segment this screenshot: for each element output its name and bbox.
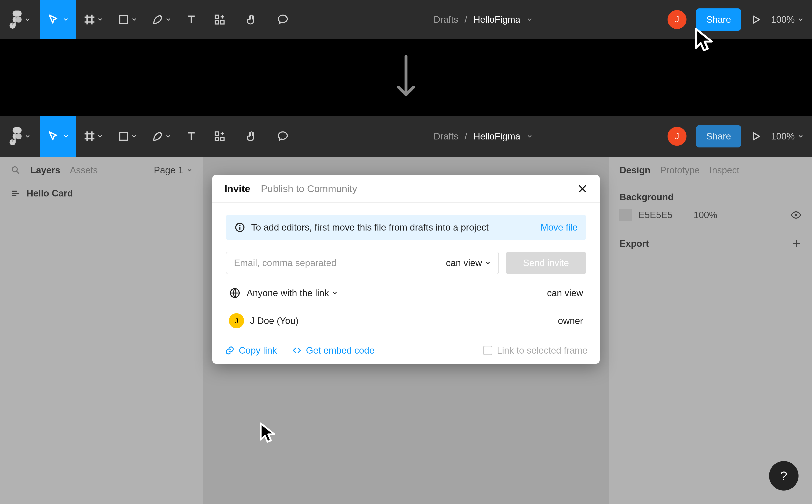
tab-prototype[interactable]: Prototype bbox=[660, 165, 700, 175]
main-menu-button[interactable] bbox=[0, 116, 40, 157]
breadcrumb-separator: / bbox=[464, 131, 467, 142]
frame-tool-icon bbox=[84, 14, 95, 25]
email-placeholder: Email, comma separated bbox=[234, 258, 337, 268]
chevron-down-icon[interactable] bbox=[527, 133, 532, 139]
breadcrumb-parent[interactable]: Drafts bbox=[434, 14, 458, 25]
text-tool-button[interactable] bbox=[178, 0, 204, 39]
anyone-with-link-dropdown[interactable]: Anyone with the link bbox=[247, 288, 338, 298]
user-avatar[interactable]: J bbox=[668, 127, 687, 146]
link-to-frame-checkbox[interactable]: Link to selected frame bbox=[483, 345, 587, 356]
info-icon bbox=[235, 222, 245, 233]
hand-tool-icon bbox=[245, 14, 257, 25]
get-embed-label: Get embed code bbox=[306, 345, 374, 356]
get-embed-button[interactable]: Get embed code bbox=[292, 345, 374, 356]
add-export-icon[interactable] bbox=[791, 239, 801, 249]
chevron-down-icon bbox=[165, 133, 171, 139]
owner-avatar-initial: J bbox=[235, 317, 239, 325]
breadcrumb-parent[interactable]: Drafts bbox=[434, 131, 458, 142]
chevron-down-icon bbox=[131, 133, 137, 139]
comment-tool-icon bbox=[277, 14, 289, 25]
chevron-down-icon bbox=[63, 133, 69, 139]
chevron-down-icon bbox=[165, 17, 171, 23]
comment-tool-button[interactable] bbox=[267, 116, 299, 157]
editor-toolbar: Drafts / HelloFigma J Share 100% bbox=[0, 116, 812, 157]
move-file-link[interactable]: Move file bbox=[540, 222, 577, 233]
resources-button[interactable] bbox=[204, 0, 236, 39]
zoom-dropdown[interactable]: 100% bbox=[771, 14, 804, 25]
user-avatar[interactable]: J bbox=[668, 10, 687, 29]
search-icon[interactable] bbox=[11, 165, 21, 175]
comment-tool-icon bbox=[277, 130, 289, 142]
rectangle-tool-icon bbox=[118, 130, 129, 142]
chevron-down-icon bbox=[97, 17, 103, 23]
page-dropdown[interactable]: Page 1 bbox=[154, 165, 192, 175]
frame-tool-button[interactable] bbox=[76, 0, 110, 39]
text-tool-button[interactable] bbox=[178, 116, 204, 157]
modal-close-button[interactable] bbox=[577, 184, 587, 194]
tab-assets[interactable]: Assets bbox=[70, 165, 98, 175]
owner-role: owner bbox=[558, 316, 583, 326]
modal-tab-publish[interactable]: Publish to Community bbox=[261, 183, 357, 194]
left-panel: Layers Assets Page 1 Hello Card bbox=[0, 157, 203, 504]
tab-inspect[interactable]: Inspect bbox=[710, 165, 739, 175]
share-button[interactable]: Share bbox=[696, 125, 741, 147]
move-tool-button[interactable] bbox=[40, 0, 76, 39]
send-invite-label: Send invite bbox=[523, 258, 569, 268]
frame-instance-icon bbox=[11, 188, 21, 198]
move-tool-button[interactable] bbox=[40, 116, 76, 157]
text-tool-icon bbox=[185, 14, 197, 25]
comment-tool-button[interactable] bbox=[267, 0, 299, 39]
main-menu-button[interactable] bbox=[0, 0, 40, 39]
rectangle-tool-icon bbox=[118, 14, 129, 25]
visibility-toggle-icon[interactable] bbox=[791, 210, 801, 220]
figma-logo-icon bbox=[9, 127, 22, 145]
globe-icon bbox=[229, 287, 241, 299]
owner-avatar: J bbox=[229, 313, 244, 328]
invite-email-input[interactable]: Email, comma separated can view bbox=[226, 252, 499, 274]
background-hex[interactable]: E5E5E5 bbox=[639, 210, 672, 220]
send-invite-button[interactable]: Send invite bbox=[506, 252, 586, 274]
resources-button[interactable] bbox=[204, 116, 236, 157]
top-toolbar: Drafts / HelloFigma J Share 100% bbox=[0, 0, 812, 39]
avatar-initial: J bbox=[675, 15, 679, 24]
layer-row[interactable]: Hello Card bbox=[0, 183, 203, 203]
modal-tab-invite[interactable]: Invite bbox=[225, 183, 251, 194]
background-swatch[interactable] bbox=[620, 209, 632, 221]
move-tool-icon bbox=[47, 130, 59, 142]
chevron-down-icon bbox=[25, 133, 31, 139]
breadcrumb-filename[interactable]: HelloFigma bbox=[474, 131, 520, 142]
share-button[interactable]: Share bbox=[696, 8, 741, 31]
share-button-label: Share bbox=[706, 131, 731, 141]
shape-tool-button[interactable] bbox=[110, 0, 144, 39]
export-section-title: Export bbox=[620, 238, 649, 249]
hand-tool-button[interactable] bbox=[236, 0, 267, 39]
help-button[interactable]: ? bbox=[769, 461, 799, 491]
shape-tool-button[interactable] bbox=[110, 116, 144, 157]
owner-name: J Doe (You) bbox=[250, 316, 299, 326]
background-opacity[interactable]: 100% bbox=[694, 210, 717, 220]
frame-tool-button[interactable] bbox=[76, 116, 110, 157]
zoom-value: 100% bbox=[771, 14, 795, 25]
link-permission-dropdown[interactable]: can view bbox=[547, 288, 583, 298]
pen-tool-button[interactable] bbox=[144, 116, 178, 157]
breadcrumb-separator: / bbox=[464, 14, 467, 25]
breadcrumb-filename[interactable]: HelloFigma bbox=[474, 14, 520, 25]
page-label: Page 1 bbox=[154, 165, 183, 175]
invite-permission-dropdown[interactable]: can view bbox=[446, 258, 491, 268]
copy-link-button[interactable]: Copy link bbox=[225, 345, 277, 356]
zoom-dropdown[interactable]: 100% bbox=[771, 131, 804, 142]
move-tool-icon bbox=[47, 14, 59, 25]
invite-permission-value: can view bbox=[446, 258, 482, 268]
present-button[interactable] bbox=[751, 14, 761, 25]
hand-tool-button[interactable] bbox=[236, 116, 267, 157]
title-breadcrumb[interactable]: Drafts / HelloFigma bbox=[299, 131, 668, 142]
tab-layers[interactable]: Layers bbox=[30, 165, 60, 175]
code-icon bbox=[292, 345, 302, 356]
tab-design[interactable]: Design bbox=[620, 165, 651, 175]
chevron-down-icon bbox=[798, 133, 804, 139]
present-button[interactable] bbox=[751, 131, 761, 142]
title-breadcrumb[interactable]: Drafts / HelloFigma bbox=[299, 14, 668, 25]
pen-tool-button[interactable] bbox=[144, 0, 178, 39]
link-icon bbox=[225, 345, 235, 356]
chevron-down-icon[interactable] bbox=[527, 17, 532, 23]
